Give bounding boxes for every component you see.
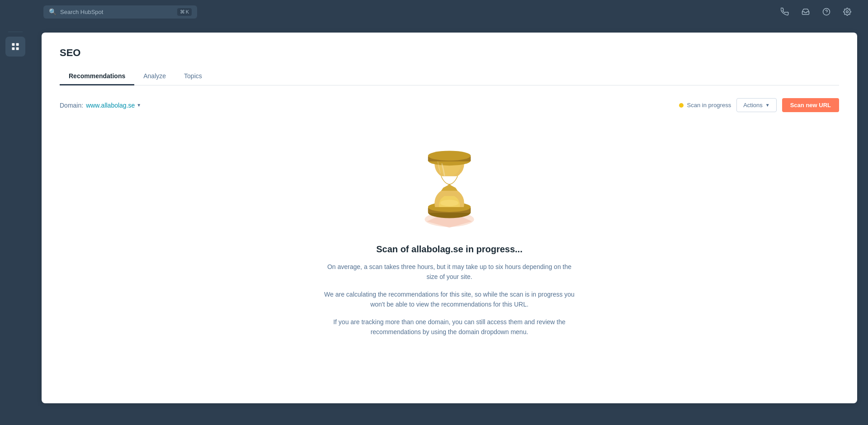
svg-point-12 xyxy=(440,200,458,207)
scan-status: Scan in progress xyxy=(679,102,731,109)
inbox-icon[interactable] xyxy=(799,5,812,18)
svg-rect-6 xyxy=(16,47,19,50)
svg-point-2 xyxy=(846,11,849,13)
phone-icon[interactable] xyxy=(778,5,791,18)
search-shortcut: ⌘ K xyxy=(177,8,192,16)
scan-para-1: On average, a scan takes three hours, bu… xyxy=(323,262,576,282)
illustration-area: Scan of allabolag.se in progress... On a… xyxy=(60,130,839,355)
domain-label: Domain: xyxy=(60,102,83,109)
content-card: SEO Recommendations Analyze Topics Domai… xyxy=(42,33,857,403)
tab-recommendations[interactable]: Recommendations xyxy=(60,68,134,85)
hourglass-illustration xyxy=(404,139,495,230)
tab-topics[interactable]: Topics xyxy=(175,68,211,85)
chevron-down-icon: ▼ xyxy=(765,103,770,108)
svg-point-15 xyxy=(428,151,471,161)
domain-row: Domain: www.allabolag.se ▼ Scan in progr… xyxy=(60,98,839,112)
domain-actions: Scan in progress Actions ▼ Scan new URL xyxy=(679,98,839,112)
actions-button[interactable]: Actions ▼ xyxy=(736,98,777,112)
scan-para-3: If you are tracking more than one domain… xyxy=(323,317,576,337)
tabs-bar: Recommendations Analyze Topics xyxy=(60,68,839,85)
help-icon[interactable] xyxy=(820,5,833,18)
search-icon: 🔍 xyxy=(49,8,57,15)
svg-rect-5 xyxy=(12,47,15,50)
scan-heading: Scan of allabolag.se in progress... xyxy=(376,244,522,255)
main-content: SEO Recommendations Analyze Topics Domai… xyxy=(31,24,868,425)
search-placeholder: Search HubSpot xyxy=(60,9,174,15)
status-dot-icon xyxy=(679,103,684,108)
sidebar xyxy=(0,24,31,425)
domain-link[interactable]: www.allabolag.se ▼ xyxy=(86,102,141,109)
sidebar-item-main[interactable] xyxy=(5,37,25,57)
scan-new-url-button[interactable]: Scan new URL xyxy=(782,98,839,112)
scan-para-2: We are calculating the recommendations f… xyxy=(323,289,576,310)
page-title: SEO xyxy=(60,47,839,59)
svg-rect-3 xyxy=(12,43,15,46)
top-bar-icons xyxy=(778,5,861,18)
search-box[interactable]: 🔍 Search HubSpot ⌘ K xyxy=(43,5,197,19)
sidebar-divider xyxy=(8,32,23,32)
top-bar: 🔍 Search HubSpot ⌘ K xyxy=(0,0,868,24)
chevron-down-icon: ▼ xyxy=(137,103,141,108)
settings-icon[interactable] xyxy=(841,5,854,18)
tab-analyze[interactable]: Analyze xyxy=(134,68,175,85)
svg-rect-4 xyxy=(16,43,19,46)
